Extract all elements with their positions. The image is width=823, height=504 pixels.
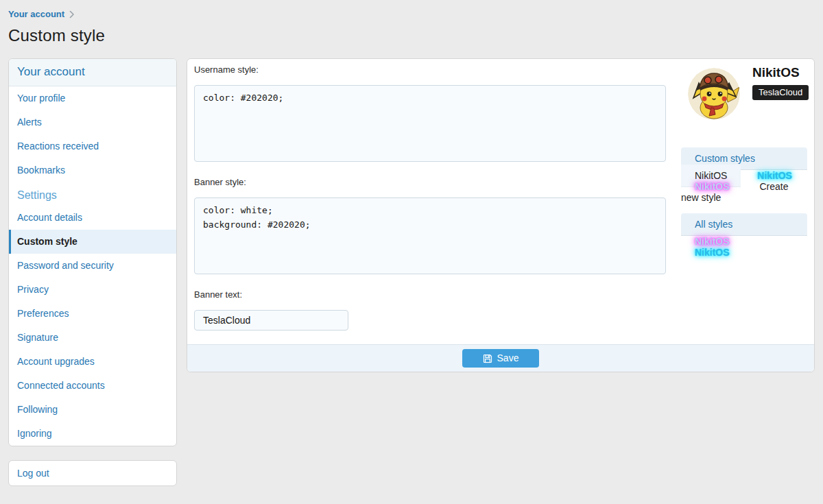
pikachu-avatar[interactable] [688, 68, 740, 120]
username-style-group: Username style: color: #202020; [194, 64, 666, 162]
sidebar-item-password-and-security[interactable]: Password and security [9, 254, 176, 278]
sidebar-item-reactions-received[interactable]: Reactions received [9, 134, 176, 158]
sidebar-item-bookmarks[interactable]: Bookmarks [9, 158, 176, 182]
sidebar-item-preferences[interactable]: Preferences [9, 302, 176, 326]
all-styles-block: All styles NikitOS NikitOS [681, 213, 807, 258]
sidebar-item-custom-style[interactable]: Custom style [9, 230, 176, 254]
form-column: Username style: color: #202020; Banner s… [194, 64, 666, 331]
logout-box: Log out [8, 460, 177, 486]
panel-body: Username style: color: #202020; Banner s… [187, 59, 814, 344]
banner-style-label: Banner style: [194, 177, 666, 187]
chevron-right-icon [69, 10, 75, 19]
username-style-label: Username style: [194, 64, 666, 75]
user-preview: NikitOS TeslaCloud [681, 64, 807, 120]
floppy-disk-icon [483, 354, 492, 363]
username-style-textarea[interactable]: color: #202020; [194, 85, 666, 162]
sidebar-item-account-details[interactable]: Account details [9, 206, 176, 230]
page-title: Custom style [8, 26, 815, 45]
content-row: Your account Your profile Alerts Reactio… [8, 58, 815, 486]
left-column: Your account Your profile Alerts Reactio… [8, 58, 177, 486]
breadcrumb: Your account [8, 8, 815, 20]
preview-names: NikitOS TeslaCloud [752, 64, 809, 120]
account-page: Your account Custom style Your account Y… [0, 0, 823, 504]
banner-text-label: Banner text: [194, 289, 666, 300]
sidebar-item-signature[interactable]: Signature [9, 326, 176, 350]
sidebar-item-alerts[interactable]: Alerts [9, 110, 176, 134]
banner-text-input[interactable] [194, 310, 348, 331]
save-button-label: Save [497, 353, 519, 363]
custom-styles-block: Custom styles NikitOS NikitOS NikitOS Cr… [681, 147, 807, 203]
panel-footer: Save [187, 344, 814, 372]
account-nav: Your account Your profile Alerts Reactio… [8, 58, 177, 446]
banner-style-textarea[interactable]: color: white; background: #202020; [194, 197, 666, 274]
banner-style-group: Banner style: color: white; background: … [194, 177, 666, 274]
custom-style-panel: Username style: color: #202020; Banner s… [187, 58, 815, 372]
save-button[interactable]: Save [462, 349, 540, 368]
sidebar-title: Your account [9, 59, 176, 86]
all-style-item-neon-cyan[interactable]: NikitOS [681, 241, 743, 263]
logout-link[interactable]: Log out [9, 461, 176, 485]
sidebar-item-following[interactable]: Following [9, 398, 176, 422]
sidebar-heading-settings: Settings [9, 182, 176, 206]
sidebar-item-ignoring[interactable]: Ignoring [9, 422, 176, 446]
preview-column: NikitOS TeslaCloud Custom styles NikitOS… [681, 64, 807, 331]
sidebar-item-account-upgrades[interactable]: Account upgrades [9, 350, 176, 374]
preview-banner-badge: TeslaCloud [752, 85, 809, 100]
banner-text-group: Banner text: [194, 289, 666, 331]
sidebar-item-privacy[interactable]: Privacy [9, 278, 176, 302]
breadcrumb-your-account-link[interactable]: Your account [8, 9, 64, 19]
sidebar-item-connected-accounts[interactable]: Connected accounts [9, 374, 176, 398]
sidebar-item-your-profile[interactable]: Your profile [9, 86, 176, 110]
preview-username: NikitOS [752, 66, 809, 80]
